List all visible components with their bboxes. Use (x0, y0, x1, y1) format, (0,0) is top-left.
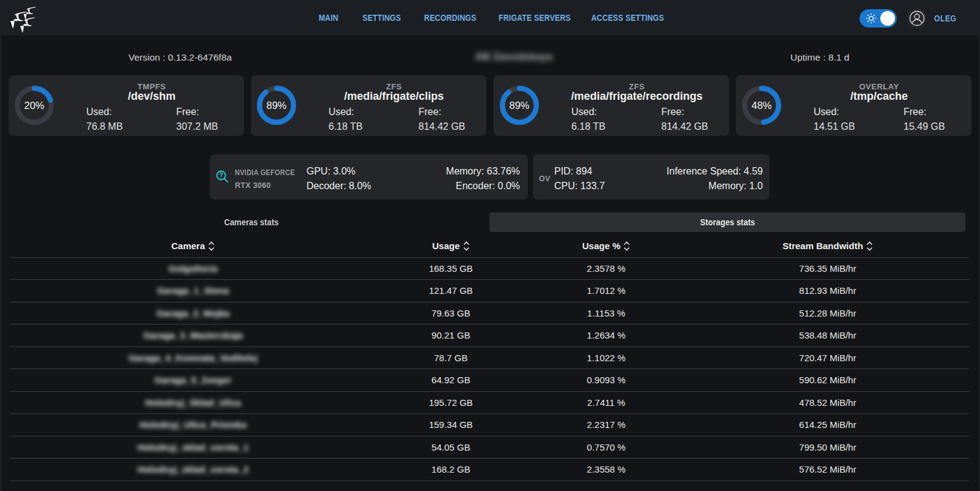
svg-text:89%: 89% (266, 100, 286, 111)
svg-text:48%: 48% (751, 100, 771, 111)
svg-text:20%: 20% (24, 100, 44, 111)
svg-text:?: ? (219, 172, 223, 179)
svg-text:89%: 89% (509, 100, 529, 111)
